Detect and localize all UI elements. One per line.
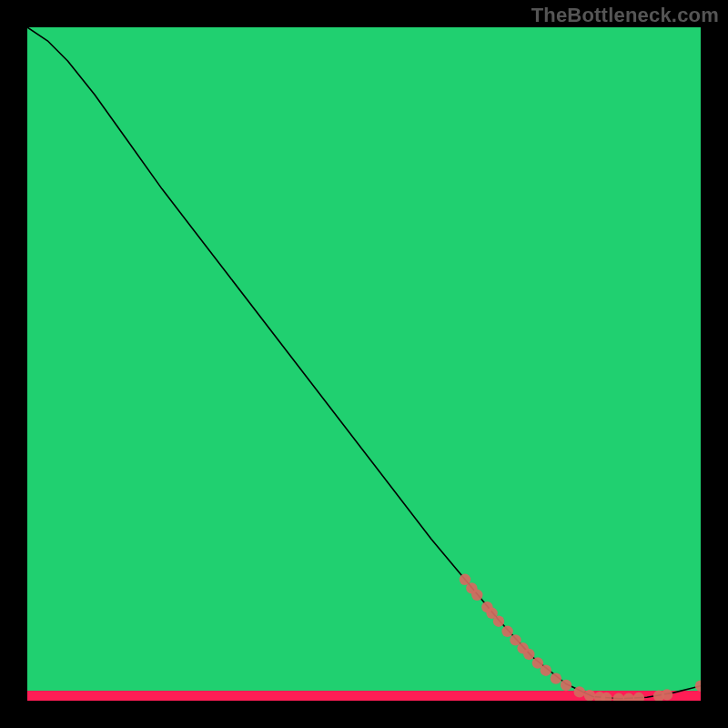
chart-svg — [27, 27, 701, 701]
data-point — [662, 689, 672, 700]
data-point — [551, 672, 561, 683]
watermark-text: TheBottleneck.com — [531, 4, 719, 27]
data-point — [574, 686, 585, 697]
data-point — [501, 626, 512, 637]
data-point — [523, 649, 534, 660]
chart-plot-area — [27, 27, 701, 701]
data-point — [493, 615, 504, 626]
chart-stage: TheBottleneck.com — [0, 0, 728, 728]
data-point — [541, 665, 551, 676]
chart-background — [27, 27, 701, 701]
data-point — [471, 590, 482, 601]
data-point — [584, 690, 595, 701]
data-point — [561, 680, 571, 691]
